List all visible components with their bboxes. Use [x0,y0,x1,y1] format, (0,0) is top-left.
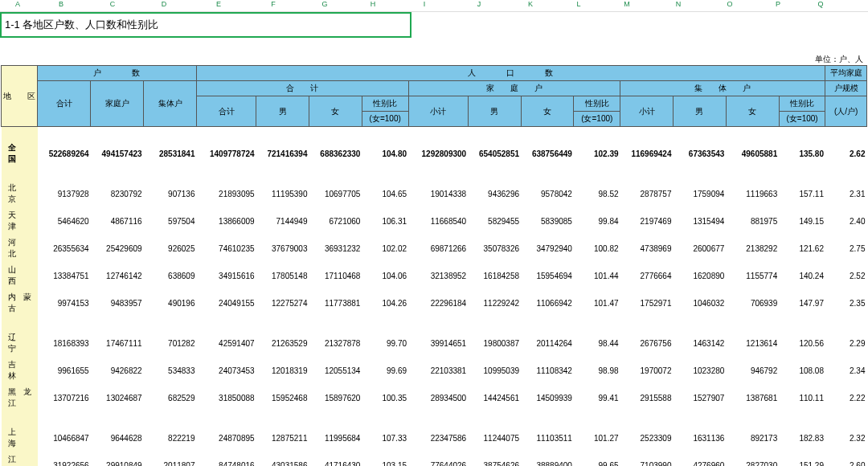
data-cell: 18168393 [38,329,91,357]
region-cell: 吉 林 [2,357,38,384]
data-cell: 17467111 [91,329,144,357]
unit-label: 单位：户、人 [0,38,868,65]
data-cell: 140.24 [779,262,825,289]
data-cell: 2827030 [726,452,779,466]
data-cell: 22103381 [408,357,468,384]
data-cell: 2.62 [825,140,867,167]
data-cell: 102.02 [362,235,408,262]
data-cell: 2.34 [825,357,867,384]
hdr-c-nv: 女 [726,96,779,127]
data-cell: 107.33 [362,424,408,452]
data-cell: 39914651 [408,329,468,357]
data-cell: 25429609 [91,235,144,262]
hdr-c-ratio: 性别比 [779,96,825,112]
data-cell: 28934500 [408,384,468,411]
column-header-row: ABCDEFGHIJKLMNOPQ [0,0,868,12]
region-cell: 上 海 [2,424,38,452]
data-cell: 41716430 [309,452,362,466]
data-cell: 2.22 [825,384,867,411]
data-cell: 151.29 [779,452,825,466]
hdr-h-ratio: 性别比 [362,96,408,112]
data-cell: 10995039 [468,357,521,384]
data-cell: 101.44 [574,262,620,289]
data-cell: 104.06 [362,262,408,289]
col-letter: O [704,0,755,11]
data-cell: 17110468 [309,262,362,289]
table-row: 山 西1338475112746142638609349156161780514… [2,262,867,289]
data-cell: 9483957 [91,289,144,317]
hdr-avg2: 户规模 [825,81,867,96]
data-cell: 4867116 [91,207,144,235]
data-cell: 2.75 [825,235,867,262]
data-cell: 881975 [726,207,779,235]
data-cell: 10466847 [38,424,91,452]
data-cell: 116969424 [620,140,674,167]
data-cell: 84748016 [196,452,256,466]
data-cell: 29910849 [91,452,144,466]
data-cell: 32138952 [408,262,468,289]
data-cell: 2600677 [673,235,726,262]
data-cell: 13866009 [196,207,256,235]
hdr-hushu: 户 数 [38,66,197,81]
data-cell: 99.69 [362,357,408,384]
data-cell: 721416394 [256,140,309,167]
col-letter: L [556,0,601,11]
hdr-j-ratio: 性别比 [574,96,620,112]
col-letter: M [601,0,653,11]
data-cell: 106.31 [362,207,408,235]
hdr-avg3: (人/户) [825,96,867,127]
data-cell: 99.41 [574,384,620,411]
formula-bar[interactable]: 1-1 各地区户数、人口数和性别比 [0,12,411,38]
data-cell: 2.40 [825,207,867,235]
data-cell: 7144949 [256,207,309,235]
col-letter: Q [800,0,841,11]
col-letter: H [350,0,395,11]
data-cell: 28531841 [144,140,197,167]
data-table: 地 区 户 数 人 口 数 平均家庭 合计 家庭户 集体户 合 计 家 庭 户 … [1,65,867,466]
data-cell: 2776664 [620,262,674,289]
data-cell: 688362330 [309,140,362,167]
data-cell: 101.27 [574,424,620,452]
data-cell: 2915588 [620,384,674,411]
hdr-j-ratio2: (女=100) [574,112,620,127]
data-cell: 121.62 [779,235,825,262]
data-cell: 31850088 [196,384,256,411]
data-cell: 77644026 [408,452,468,466]
data-cell: 9644628 [91,424,144,452]
data-cell: 2676756 [620,329,674,357]
hdr-c-ratio2: (女=100) [779,112,825,127]
data-cell: 100.82 [574,235,620,262]
data-cell: 2.29 [825,329,867,357]
table-row: 江 苏3192265629910849201180784748016430315… [2,452,867,466]
region-cell: 内 蒙 古 [2,289,38,317]
data-cell: 12746142 [91,262,144,289]
hdr-avg1: 平均家庭 [825,66,867,81]
data-cell: 98.98 [574,357,620,384]
data-cell: 16184258 [468,262,521,289]
data-cell: 2.35 [825,289,867,317]
data-cell: 103.15 [362,452,408,466]
data-cell: 1387681 [726,384,779,411]
data-cell: 10697705 [309,180,362,207]
data-cell: 2.52 [825,262,867,289]
hdr-heji: 合计 [38,81,91,127]
data-cell: 20114264 [521,329,574,357]
data-cell: 2197469 [620,207,674,235]
data-cell: 5829455 [468,207,521,235]
hdr-h-ratio2: (女=100) [362,112,408,127]
data-cell: 701282 [144,329,197,357]
data-cell: 21893095 [196,180,256,207]
data-cell: 4738969 [620,235,674,262]
data-cell: 34915616 [196,262,256,289]
data-cell: 1631136 [673,424,726,452]
data-cell: 157.11 [779,180,825,207]
data-cell: 15897620 [309,384,362,411]
data-cell: 5464620 [38,207,91,235]
region-cell: 天 津 [2,207,38,235]
data-cell: 98.52 [574,180,620,207]
col-letter: A [0,0,35,11]
data-cell: 12875211 [256,424,309,452]
data-cell: 24073453 [196,357,256,384]
data-cell: 1292809300 [408,140,468,167]
data-cell: 14509939 [521,384,574,411]
